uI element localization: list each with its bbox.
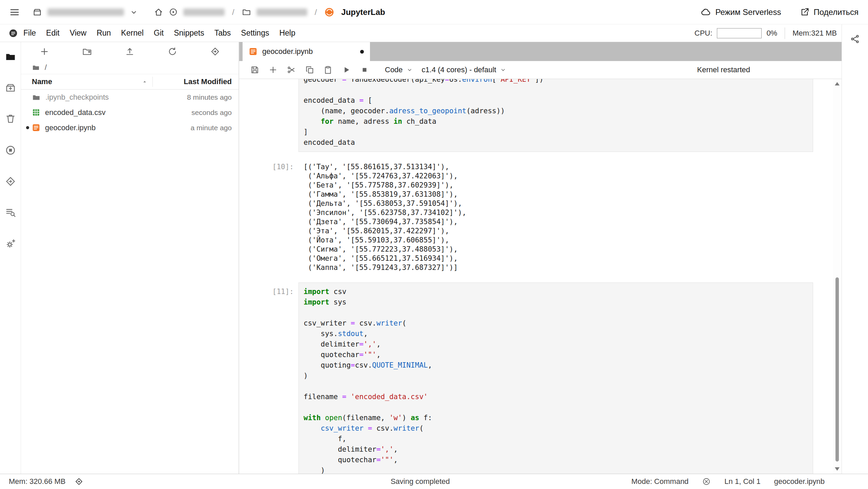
- menu-file[interactable]: File: [18, 28, 41, 38]
- code-cell[interactable]: [11]:import csv import sys csv_writer = …: [239, 282, 842, 474]
- file-row[interactable]: geocoder.ipynb a minute ago: [21, 120, 239, 135]
- breadcrumb-root[interactable]: /: [45, 63, 47, 72]
- workspace-name-redacted[interactable]: [47, 8, 124, 16]
- upload-button[interactable]: [125, 46, 135, 57]
- cpu-label: CPU:: [695, 29, 712, 38]
- share-button[interactable]: Поделиться: [800, 7, 859, 17]
- chevron-down-icon: [406, 66, 413, 73]
- notebook-content: geocoder = YandexGeocoder(api_key=os.env…: [239, 79, 842, 474]
- file-modified: seconds ago: [191, 109, 232, 117]
- column-name[interactable]: Name: [32, 77, 52, 86]
- circle-x-icon[interactable]: [702, 477, 711, 486]
- paste-cell-button[interactable]: [323, 65, 333, 75]
- new-launcher-button[interactable]: [39, 46, 49, 57]
- sidebar-tab-trash[interactable]: [5, 113, 16, 125]
- stop-kernel-button[interactable]: [360, 65, 369, 75]
- menu-snippets[interactable]: Snippets: [169, 28, 209, 38]
- file-name: geocoder.ipynb: [45, 123, 96, 132]
- column-modified[interactable]: Last Modified: [152, 77, 232, 87]
- menu-kernel[interactable]: Kernel: [116, 28, 148, 38]
- menu-run[interactable]: Run: [91, 28, 116, 38]
- divider: [785, 27, 785, 39]
- sidebar-tab-running[interactable]: [5, 144, 16, 156]
- tab-geocoder-ipynb[interactable]: geocoder.ipynb: [243, 42, 370, 61]
- left-sidebar-strip: [0, 42, 21, 474]
- share-nodes-icon[interactable]: [850, 34, 860, 44]
- run-cell-button[interactable]: [342, 65, 351, 75]
- notebook-file-icon: [32, 123, 40, 132]
- cpu-meter: [717, 28, 762, 38]
- file-row[interactable]: encoded_data.csv seconds ago: [21, 105, 239, 120]
- kernel-status-text: Kernel restarted: [697, 65, 750, 74]
- app-icon[interactable]: [8, 28, 18, 38]
- serverless-label: Режим Serverless: [715, 7, 781, 17]
- cell-prompt: [239, 79, 298, 152]
- home-icon[interactable]: [154, 7, 163, 17]
- file-browser-toolbar: [21, 42, 239, 61]
- git-clone-button[interactable]: [210, 46, 220, 57]
- sidebar-tab-git[interactable]: [5, 176, 16, 187]
- sidebar-tab-settings[interactable]: [5, 238, 16, 250]
- add-cell-button[interactable]: [268, 65, 278, 75]
- folder-icon: [242, 7, 251, 17]
- kernel-dropdown[interactable]: c1.4 (4 cores) - default: [422, 65, 507, 74]
- kernel-value: c1.4 (4 cores) - default: [422, 65, 496, 74]
- kernel-running-dot: [26, 126, 29, 129]
- new-folder-button[interactable]: [82, 46, 92, 57]
- menu-help[interactable]: Help: [274, 28, 300, 38]
- sort-ascending-icon[interactable]: [142, 79, 148, 85]
- status-bar: Mem: 320.66 MB Saving completed Mode: Co…: [0, 474, 868, 489]
- copy-cell-button[interactable]: [305, 65, 314, 75]
- unsaved-changes-dot[interactable]: [360, 50, 364, 54]
- cell-prompt: [10]:: [239, 162, 298, 272]
- cursor-position[interactable]: Ln 1, Col 1: [724, 477, 760, 486]
- cell-prompt: [11]:: [239, 282, 298, 474]
- breadcrumb-separator: /: [315, 7, 317, 17]
- cut-cell-button[interactable]: [287, 65, 296, 75]
- breadcrumb: /: [21, 61, 239, 74]
- hamburger-menu-icon[interactable]: [9, 7, 20, 17]
- scroll-down-arrow[interactable]: [835, 467, 840, 471]
- cloud-icon: [701, 7, 711, 17]
- menu-git[interactable]: Git: [149, 28, 169, 38]
- notebook-toolbar: Code c1.4 (4 cores) - default Kernel res…: [239, 61, 842, 79]
- file-row[interactable]: .ipynb_checkpoints 8 minutes ago: [21, 90, 239, 105]
- sidebar-tab-archive[interactable]: [5, 82, 16, 94]
- task-name-redacted[interactable]: [256, 8, 307, 16]
- serverless-mode-button[interactable]: Режим Serverless: [701, 7, 781, 17]
- main-area: geocoder.ipynb Code c1.4 (4 cores) - def…: [239, 42, 842, 474]
- cell-input-area[interactable]: geocoder = YandexGeocoder(api_key=os.env…: [298, 79, 813, 152]
- app-title: JupyterLab: [341, 7, 385, 17]
- cell-input-area[interactable]: import csv import sys csv_writer = csv.w…: [298, 282, 813, 474]
- editor-mode[interactable]: Mode: Command: [632, 477, 689, 486]
- code-cell[interactable]: geocoder = YandexGeocoder(api_key=os.env…: [239, 79, 842, 152]
- sidebar-tab-toc[interactable]: [5, 207, 16, 218]
- chevron-down-icon: [500, 66, 507, 73]
- menu-view[interactable]: View: [65, 28, 91, 38]
- memory-usage: Mem: 320.66 MB: [9, 477, 66, 486]
- cell-output-area: [('Тау', '[55.861615,37.513134]'), ('Аль…: [298, 162, 813, 272]
- sidebar-tab-files[interactable]: [5, 51, 16, 62]
- share-label: Поделиться: [813, 7, 859, 17]
- scroll-up-arrow[interactable]: [835, 82, 840, 85]
- scrollbar-thumb[interactable]: [835, 277, 839, 462]
- chevron-down-icon[interactable]: [129, 8, 138, 17]
- cell-source: import csv import sys csv_writer = csv.w…: [304, 287, 808, 474]
- menu-settings[interactable]: Settings: [236, 28, 274, 38]
- menu-tabs[interactable]: Tabs: [209, 28, 236, 38]
- output-cell[interactable]: [10]:[('Тау', '[55.861615,37.513134]'), …: [239, 162, 842, 272]
- mem-label: Mem:321 MB: [792, 29, 837, 38]
- menu-edit[interactable]: Edit: [41, 28, 65, 38]
- topbar: / / JupyterLab Режим Serverless Поделить…: [0, 0, 868, 24]
- status-message: Saving completed: [391, 477, 450, 486]
- right-sidebar-strip: [842, 24, 868, 474]
- save-button[interactable]: [250, 65, 260, 75]
- git-diamond-icon[interactable]: [75, 477, 83, 486]
- project-name-redacted[interactable]: [183, 8, 225, 16]
- project-icon: [169, 7, 178, 17]
- notebook-scrollbar[interactable]: [833, 79, 842, 474]
- folder-icon[interactable]: [32, 63, 40, 72]
- cell-type-dropdown[interactable]: Code: [385, 65, 413, 74]
- refresh-button[interactable]: [167, 46, 178, 57]
- catalog-icon: [33, 7, 42, 17]
